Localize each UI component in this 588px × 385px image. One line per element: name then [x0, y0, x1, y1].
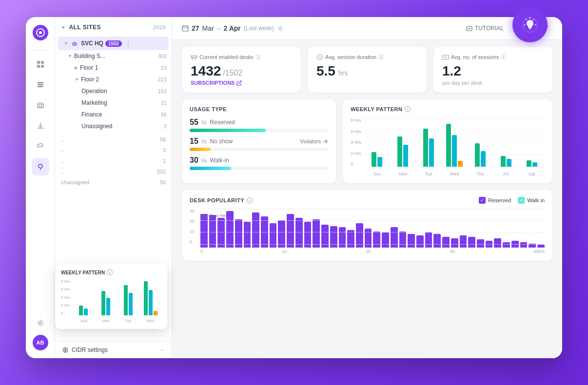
weekly-pattern-title: WEEKLY PATTERN i	[351, 106, 545, 112]
weekly-day-thu	[468, 143, 493, 167]
settings-small-icon[interactable]	[277, 25, 284, 32]
violators-link[interactable]: Violators	[300, 138, 329, 144]
svg-rect-11	[41, 61, 44, 64]
svg-point-20	[39, 322, 41, 325]
charts-row: USAGE TYPE 55 % Reserved	[172, 93, 562, 183]
sidebar-icon-insights[interactable]	[32, 158, 49, 175]
stat-duration-value: 5.5 hrs	[316, 63, 418, 79]
stats-row: Current enabled desks 1432 /1502 SUBSCRI…	[172, 40, 562, 93]
operation-label: Operation	[81, 88, 107, 95]
main-header: 27 Mar – 2 Apr (Last week)	[172, 17, 562, 40]
all-sites-label: ALL SITES	[69, 24, 101, 31]
desk-popularity-card: DESK POPULARITY i ✓ Reserved ✓ Walk in	[182, 190, 552, 261]
svg-rect-2	[529, 29, 531, 30]
cidr-settings[interactable]: CIDR settings →	[55, 341, 172, 358]
legend-walkin: ✓ Walk in	[518, 197, 545, 204]
tree-item-unassigned[interactable]: Unassigned 2	[55, 120, 172, 132]
sidebar: AB	[26, 17, 55, 358]
date-range: 27 Mar – 2 Apr (Last week)	[182, 24, 284, 32]
main-content: 27 Mar – 2 Apr (Last week)	[172, 17, 562, 358]
usage-row-walkin: 30 % Walk-in	[190, 156, 328, 170]
popularity-chart-wrapper: 0 10 20 30 Logi Do	[190, 209, 545, 254]
sidebar-icon-cloud[interactable]	[32, 137, 49, 155]
pop-x-axis: 0 10 20 30 40hrs	[200, 248, 545, 254]
reserved-bar	[190, 129, 266, 132]
stat-duration-unit: hrs	[338, 69, 348, 77]
svchq-menu[interactable]: ⋮	[125, 39, 132, 47]
floating-x-labels: Sun Mon Tue Wed	[73, 319, 161, 323]
user-avatar[interactable]: AB	[33, 335, 48, 350]
svg-rect-14	[38, 86, 43, 87]
reserved-bar-track	[190, 129, 328, 132]
sidebar-icon-camera[interactable]	[32, 96, 49, 114]
svg-rect-16	[38, 82, 43, 83]
svg-rect-13	[41, 65, 44, 68]
floating-bars	[73, 279, 161, 315]
tutorial-label: TUTORIAL	[475, 25, 504, 32]
info-icon-2	[378, 54, 384, 60]
sidebar-icon-settings[interactable]	[32, 314, 49, 332]
sites-total-count: 2029	[153, 24, 166, 30]
tree-item-operation[interactable]: Operation 151	[55, 85, 172, 97]
tree-item-floor1[interactable]: ▶ Floor 1 23	[55, 62, 172, 74]
sidebar-divider-1	[33, 50, 48, 51]
svg-rect-23	[182, 26, 188, 31]
sidebar-icon-layers[interactable]	[32, 76, 49, 94]
weekly-pattern-card: WEEKLY PATTERN i 0 2 Hrs 4 Hrs 6 Hrs 8 H…	[343, 99, 552, 183]
svg-point-50	[504, 56, 504, 56]
svg-point-9	[39, 31, 42, 34]
walkin-bar-track	[190, 167, 328, 170]
stat-card-duration: Avg. session duration 5.5 hrs	[308, 47, 427, 93]
floating-info-icon: i	[107, 270, 113, 275]
legend-walkin-check: ✓	[518, 197, 525, 204]
operation-count: 151	[158, 88, 167, 94]
weekly-info-icon: i	[405, 106, 411, 112]
floor2-label: Floor 2	[81, 76, 99, 83]
svg-point-27	[279, 27, 281, 29]
weekly-day-tue	[416, 129, 441, 167]
tree-item-floor2[interactable]: ▼ Floor 2 221	[55, 74, 172, 85]
weekly-x-labels: Sun Mon Tue Wed Thu Fri Sat	[364, 172, 545, 176]
app-logo[interactable]	[33, 25, 48, 40]
site-icon	[70, 39, 79, 48]
finance-count: 56	[161, 112, 167, 117]
weekly-y-axis: 0 2 Hrs 4 Hrs 6 Hrs 8 Hrs	[351, 118, 364, 167]
date-separator: –	[217, 24, 221, 32]
popularity-info-icon: i	[247, 197, 253, 203]
floating-card-title: WEEKLY PATTERN i	[61, 270, 161, 275]
tree-item-marketing[interactable]: Marketing 21	[55, 97, 172, 109]
stat-sessions-sub: per day per desk	[442, 80, 544, 86]
noshow-bar-track	[190, 148, 328, 151]
external-link-icon[interactable]	[236, 80, 242, 86]
noshow-bar	[190, 148, 211, 151]
svg-marker-29	[469, 27, 470, 29]
usage-row-reserved: 55 % Reserved	[190, 118, 328, 132]
floor2-count: 221	[158, 77, 167, 82]
popularity-legend: ✓ Reserved ✓ Walk in	[479, 197, 545, 204]
tree-item-svchq[interactable]: ▼ SVC HQ 1502 ⋮	[58, 37, 169, 50]
info-icon-3	[501, 54, 507, 60]
outer-wrapper: AB ▼ ALL SITES 2029 ▼	[26, 17, 562, 368]
svchq-count: 1502	[105, 40, 122, 47]
svg-rect-12	[37, 65, 40, 68]
tutorial-icon	[466, 25, 472, 32]
sidebar-bottom: AB	[32, 314, 49, 350]
svg-point-44	[381, 56, 381, 56]
subscriptions-label: SUBSCRIPTIONS	[191, 80, 235, 86]
weekly-day-sat	[520, 160, 545, 167]
stat-sessions-label: Avg. no. of sessions	[442, 54, 544, 60]
sidebar-icon-download[interactable]	[32, 117, 49, 135]
weekly-bars-area	[364, 118, 545, 167]
date-start: 27	[192, 24, 199, 32]
pop-chart-area: Logi Dock Flex 0 10 20 30 40hrs	[200, 209, 545, 254]
usage-type-title: USAGE TYPE	[190, 106, 328, 112]
usage-walkin-top: 30 % Walk-in	[190, 156, 328, 165]
marketing-count: 21	[161, 100, 167, 106]
logi-dock-label: Logi Dock Flex	[201, 213, 227, 218]
tree-item-finance[interactable]: Finance 56	[55, 109, 172, 120]
weekly-chart-container: 0 2 Hrs 4 Hrs 6 Hrs 8 Hrs	[351, 118, 545, 176]
tree-more-items: ...56 ...3 ...2 ...202 Unassigned50	[55, 132, 172, 190]
sidebar-icon-grid[interactable]	[32, 56, 49, 73]
tree-item-buildings[interactable]: ▼ Building S... 302	[55, 50, 172, 62]
tutorial-button[interactable]: TUTORIAL	[462, 23, 508, 34]
